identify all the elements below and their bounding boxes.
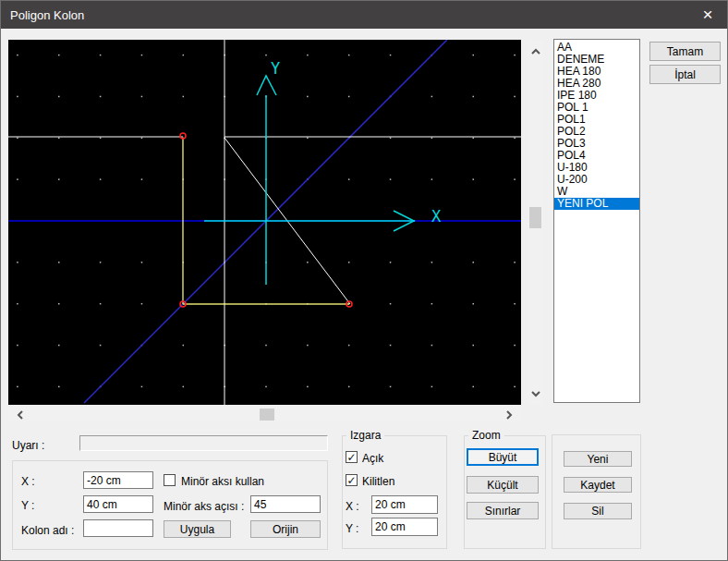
acik-checkbox[interactable]: ✓ bbox=[346, 451, 358, 463]
coordinates-group: X : Minör aksı kullan Y : Minör aks açıs… bbox=[12, 460, 328, 550]
uygula-button[interactable]: Uygula bbox=[164, 520, 231, 538]
yeni-button[interactable]: Yeni bbox=[564, 451, 632, 467]
uyari-label: Uyarı : bbox=[12, 439, 44, 452]
poligon-kolon-dialog: Poligon Kolon × YX AADENEMEHEA 180HEA 28… bbox=[0, 0, 728, 561]
orijin-button[interactable]: Orijin bbox=[250, 520, 321, 538]
x-label: X : bbox=[21, 475, 35, 488]
svg-text:Y: Y bbox=[271, 59, 280, 78]
scroll-left-icon[interactable] bbox=[16, 410, 25, 420]
izgara-y-label: Y : bbox=[346, 522, 358, 535]
horizontal-scrollbar[interactable] bbox=[8, 407, 521, 422]
svg-text:X: X bbox=[431, 207, 442, 226]
izgara-group: Izgara ✓ Açık ✓ Kilitlen X : Y : bbox=[342, 435, 447, 549]
kaydet-button[interactable]: Kaydet bbox=[564, 477, 632, 493]
izgara-y-input[interactable] bbox=[371, 518, 438, 536]
iptal-button[interactable]: İptal bbox=[649, 65, 721, 84]
horizontal-scroll-thumb[interactable] bbox=[260, 409, 274, 421]
kolon-adi-label: Kolon adı : bbox=[21, 524, 74, 537]
minor-aks-label[interactable]: Minör aksı kullan bbox=[181, 475, 264, 488]
minor-aks-acisi-label: Minör aks açısı : bbox=[164, 500, 244, 513]
minor-aks-checkbox[interactable] bbox=[164, 474, 176, 486]
izgara-x-input[interactable] bbox=[371, 495, 438, 514]
tamam-button[interactable]: Tamam bbox=[649, 42, 721, 61]
izgara-group-label: Izgara bbox=[346, 429, 384, 442]
kilitlen-label[interactable]: Kilitlen bbox=[362, 475, 394, 488]
sil-button[interactable]: Sil bbox=[564, 503, 632, 519]
sinirlar-button[interactable]: Sınırlar bbox=[467, 502, 539, 519]
buyut-button[interactable]: Büyüt bbox=[467, 448, 539, 466]
list-item[interactable]: YENI POL bbox=[554, 198, 639, 210]
vertical-scrollbar[interactable] bbox=[528, 40, 543, 405]
y-label: Y : bbox=[21, 499, 34, 512]
y-input[interactable] bbox=[83, 495, 153, 513]
kucult-button[interactable]: Küçült bbox=[467, 476, 539, 494]
minor-aks-acisi-input[interactable] bbox=[250, 495, 321, 513]
kolon-adi-input[interactable] bbox=[83, 519, 153, 537]
drawing-canvas[interactable]: YX bbox=[8, 40, 521, 405]
title-bar[interactable]: Poligon Kolon × bbox=[1, 1, 727, 29]
acik-label[interactable]: Açık bbox=[362, 452, 383, 465]
uyari-field bbox=[79, 435, 328, 451]
canvas-drawing: YX bbox=[8, 40, 521, 405]
scroll-down-icon[interactable] bbox=[531, 389, 540, 398]
kilitlen-checkbox[interactable]: ✓ bbox=[346, 474, 358, 486]
vertical-scroll-thumb[interactable] bbox=[529, 207, 541, 228]
zoom-group: Zoom Büyüt Küçült Sınırlar bbox=[464, 435, 546, 549]
x-input[interactable] bbox=[83, 471, 153, 489]
actions-group: Yeni Kaydet Sil bbox=[552, 434, 641, 549]
zoom-group-label: Zoom bbox=[468, 429, 504, 442]
window-title: Poligon Kolon bbox=[10, 8, 84, 22]
section-listbox[interactable]: AADENEMEHEA 180HEA 280IPE 180POL 1POL1PO… bbox=[553, 39, 640, 403]
scroll-up-icon[interactable] bbox=[531, 47, 540, 56]
izgara-x-label: X : bbox=[346, 500, 359, 513]
close-icon[interactable]: × bbox=[688, 1, 727, 29]
scroll-right-icon[interactable] bbox=[504, 410, 514, 420]
